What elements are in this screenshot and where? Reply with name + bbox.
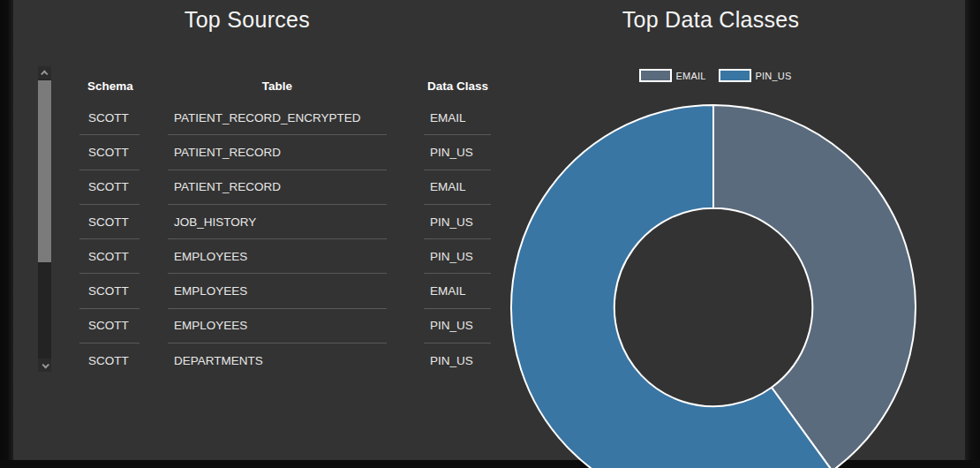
cell-schema: SCOTT (79, 274, 139, 308)
scrollbar-down-button[interactable] (38, 359, 51, 372)
cell-schema: SCOTT (79, 343, 139, 378)
table-row[interactable]: SCOTT PATIENT_RECORD EMAIL (79, 170, 491, 205)
legend-label: PIN_US (756, 71, 792, 81)
donut-chart (508, 102, 919, 468)
cell-data-class: EMAIL (424, 101, 491, 135)
cell-schema: SCOTT (79, 101, 139, 135)
cell-data-class: PIN_US (424, 205, 491, 239)
chart-legend: EMAIL PIN_US (490, 69, 940, 82)
top-sources-title: Top Sources (0, 7, 494, 33)
top-data-classes-title: Top Data Classes (490, 7, 931, 33)
cell-schema: SCOTT (79, 135, 139, 170)
legend-swatch-pin-us-icon (719, 69, 751, 82)
table-row[interactable]: SCOTT EMPLOYEES PIN_US (79, 239, 491, 274)
cell-schema: SCOTT (79, 205, 139, 239)
header-table: Table (168, 72, 387, 101)
cell-schema: SCOTT (79, 170, 139, 205)
table-row[interactable]: SCOTT PATIENT_RECORD_ENCRYPTED EMAIL (79, 101, 491, 135)
cell-table: EMPLOYEES (168, 274, 387, 308)
cell-data-class: PIN_US (424, 135, 491, 170)
top-sources-table: Schema Table Data Class SCOTT PATIENT_RE… (79, 66, 491, 378)
table-row[interactable]: SCOTT DEPARTMENTS PIN_US (79, 343, 491, 378)
table-header-row: Schema Table Data Class (79, 66, 491, 101)
legend-item-email[interactable]: EMAIL (639, 69, 706, 82)
frame-strip-right (965, 0, 980, 468)
chevron-up-icon (41, 70, 48, 77)
scrollbar-thumb[interactable] (38, 80, 51, 262)
table-row[interactable]: SCOTT EMPLOYEES EMAIL (79, 274, 491, 308)
table-row[interactable]: SCOTT JOB_HISTORY PIN_US (79, 205, 491, 239)
header-data-class: Data Class (424, 72, 491, 101)
scrollbar-up-button[interactable] (38, 66, 51, 79)
legend-swatch-email-icon (639, 69, 672, 82)
cell-table: PATIENT_RECORD (168, 170, 387, 205)
cell-table: PATIENT_RECORD (168, 135, 387, 170)
cell-table: EMPLOYEES (168, 309, 387, 343)
cell-table: PATIENT_RECORD_ENCRYPTED (168, 101, 387, 135)
cell-table: EMPLOYEES (168, 239, 387, 274)
scrollbar-track[interactable] (38, 79, 51, 359)
dashboard: Top Sources Schema Table Data Class SCOT… (0, 0, 980, 468)
chevron-down-icon (41, 361, 49, 368)
table-row[interactable]: SCOTT PATIENT_RECORD PIN_US (79, 135, 491, 170)
cell-data-class: PIN_US (424, 343, 491, 378)
frame-strip-left (0, 0, 13, 468)
cell-data-class: PIN_US (424, 309, 491, 343)
header-schema: Schema (79, 72, 139, 101)
cell-data-class: EMAIL (424, 170, 491, 205)
cell-schema: SCOTT (79, 309, 139, 343)
legend-item-pin-us[interactable]: PIN_US (719, 69, 792, 82)
table-scrollbar[interactable] (38, 66, 51, 372)
legend-label: EMAIL (676, 71, 706, 81)
cell-table: JOB_HISTORY (168, 205, 387, 239)
cell-data-class: PIN_US (424, 239, 491, 274)
cell-data-class: EMAIL (424, 274, 491, 308)
cell-table: DEPARTMENTS (168, 343, 387, 378)
table-row[interactable]: SCOTT EMPLOYEES PIN_US (79, 309, 491, 343)
cell-schema: SCOTT (79, 239, 139, 274)
